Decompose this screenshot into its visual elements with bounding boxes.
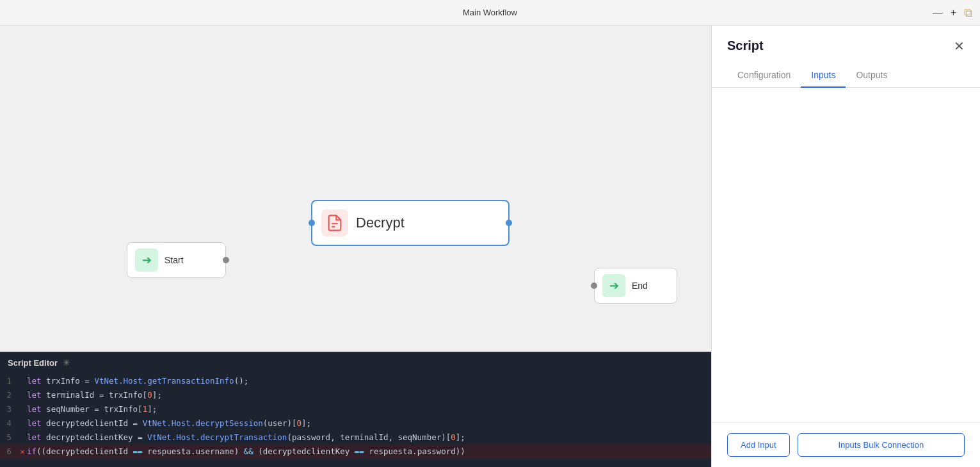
title-bar: Main Workflow — + ⧉ <box>0 0 980 26</box>
canvas-area: ➔ Start Decrypt <box>0 26 711 467</box>
line-num-3: 3 <box>0 402 18 416</box>
end-node-connector-left[interactable] <box>591 283 597 289</box>
script-editor-icon: ✳ <box>63 357 70 368</box>
panel-title: Script <box>727 38 764 53</box>
script-editor-title: Script Editor <box>8 358 58 368</box>
resize-button[interactable]: ⧉ <box>964 7 972 19</box>
decrypt-node-connector-right[interactable] <box>506 220 512 226</box>
code-line-4: 4 let decryptedclientId = VtNet.Host.dec… <box>0 416 711 430</box>
panel-footer: Add Input Inputs Bulk Connection <box>712 422 980 467</box>
end-node-icon: ➔ <box>602 274 625 297</box>
panel-content <box>712 88 980 422</box>
start-node-connector-right[interactable] <box>223 257 229 263</box>
maximize-button[interactable]: + <box>951 8 956 18</box>
code-line-1: 1 let trxInfo = VtNet.Host.getTransactio… <box>0 374 711 388</box>
line-num-1: 1 <box>0 374 18 388</box>
right-panel: Script ✕ Configuration Inputs Outputs Ad… <box>711 26 980 467</box>
tab-outputs[interactable]: Outputs <box>846 63 897 88</box>
decrypt-node-icon <box>321 209 348 236</box>
minimize-button[interactable]: — <box>933 8 943 18</box>
line-num-4: 4 <box>0 416 18 430</box>
workflow-canvas[interactable]: ➔ Start Decrypt <box>0 26 711 352</box>
tab-inputs[interactable]: Inputs <box>801 63 846 88</box>
script-editor-body[interactable]: 1 let trxInfo = VtNet.Host.getTransactio… <box>0 373 711 467</box>
line-num-5: 5 <box>0 430 18 445</box>
line-num-2: 2 <box>0 388 18 402</box>
decrypt-node-connector-left[interactable] <box>309 220 315 226</box>
script-editor-header: Script Editor ✳ <box>0 352 711 373</box>
line-num-6: 6 <box>0 445 18 459</box>
script-editor: Script Editor ✳ 1 let trxInfo = VtNet.Ho… <box>0 352 711 467</box>
start-node-label: Start <box>165 255 184 265</box>
window-controls: — + ⧉ <box>933 7 972 19</box>
tab-configuration[interactable]: Configuration <box>727 63 801 88</box>
panel-header: Script ✕ <box>712 26 980 53</box>
code-line-6: 6 ✕ if((decryptedclientId == respuesta.u… <box>0 445 711 459</box>
add-input-button[interactable]: Add Input <box>727 433 790 457</box>
start-node-icon: ➔ <box>135 249 158 272</box>
window-title: Main Workflow <box>463 8 517 17</box>
code-line-5: 5 let decryptedclientKey = VtNet.Host.de… <box>0 430 711 445</box>
main-layout: ➔ Start Decrypt <box>0 26 980 467</box>
end-node[interactable]: ➔ End <box>594 268 677 304</box>
panel-tabs: Configuration Inputs Outputs <box>712 63 980 88</box>
decrypt-node-label: Decrypt <box>356 215 405 231</box>
start-node[interactable]: ➔ Start <box>127 242 226 278</box>
decrypt-node[interactable]: Decrypt <box>311 200 510 246</box>
end-node-label: End <box>632 281 648 291</box>
inputs-bulk-connection-button[interactable]: Inputs Bulk Connection <box>798 433 965 457</box>
panel-close-button[interactable]: ✕ <box>954 40 965 53</box>
code-line-2: 2 let terminalId = trxInfo[0]; <box>0 388 711 402</box>
code-line-3: 3 let seqNumber = trxInfo[1]; <box>0 402 711 416</box>
